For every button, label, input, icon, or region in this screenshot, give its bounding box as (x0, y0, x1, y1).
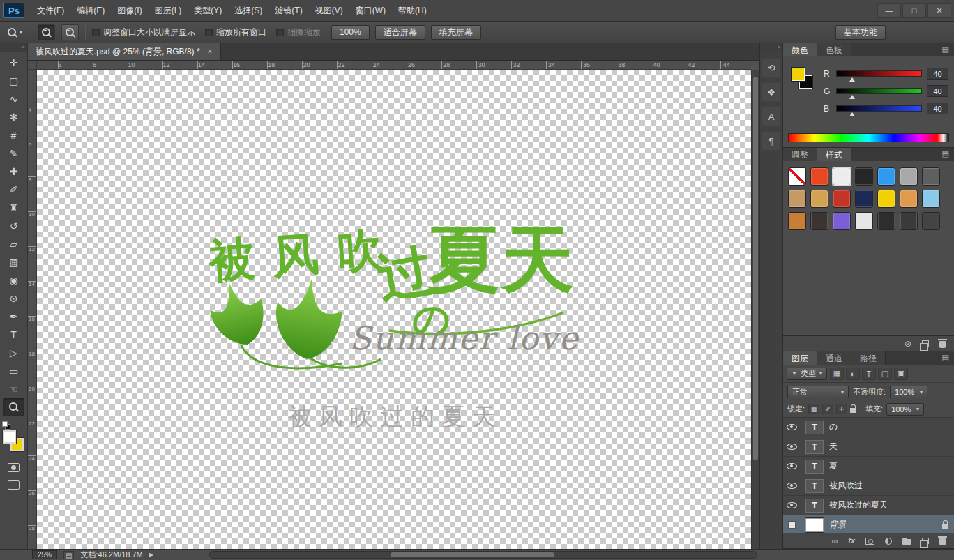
filter-smart-objects-icon[interactable]: ▣ (894, 368, 908, 380)
style-swatch[interactable] (900, 212, 918, 230)
color-panel-foreground-swatch[interactable] (792, 68, 805, 81)
layer-row[interactable]: T被风吹过 (783, 476, 954, 496)
spot-healing-brush-tool[interactable]: ✚ (3, 162, 24, 180)
lock-pixels-icon[interactable]: ✐ (822, 404, 833, 414)
gradient-tool[interactable]: ▧ (3, 253, 24, 271)
style-swatch[interactable] (877, 167, 895, 186)
delete-layer-icon[interactable] (939, 538, 946, 545)
menu-item[interactable]: 类型(Y) (188, 0, 228, 21)
foreground-color-swatch[interactable] (3, 430, 16, 444)
new-layer-icon[interactable] (922, 538, 929, 544)
status-flyout-arrow[interactable]: ▶ (149, 552, 153, 558)
menu-item[interactable]: 帮助(H) (392, 0, 433, 21)
style-swatch[interactable] (788, 212, 806, 230)
crop-tool[interactable]: # (3, 126, 24, 144)
panel-menu-icon[interactable]: ▤ (937, 351, 954, 365)
checkbox-icon[interactable] (92, 29, 100, 36)
tab-styles[interactable]: 样式 (817, 148, 851, 161)
layer-visibility-eye-icon[interactable] (783, 496, 801, 515)
style-swatch[interactable] (810, 190, 828, 208)
color-spectrum-bar[interactable] (788, 133, 949, 142)
character-panel-icon[interactable]: A (762, 107, 780, 126)
menu-item[interactable]: 滤镜(T) (268, 0, 308, 21)
clone-stamp-tool[interactable]: ♜ (3, 199, 24, 216)
zoom-out-button[interactable]: − (61, 24, 79, 40)
style-swatch[interactable] (922, 190, 940, 208)
layer-row[interactable]: T被风吹过的夏天 (783, 496, 954, 515)
move-tool[interactable]: ✛ (3, 54, 24, 71)
history-brush-tool[interactable]: ↺ (3, 217, 24, 234)
tab-paths[interactable]: 路径 (851, 351, 886, 365)
vertical-scrollbar[interactable] (751, 70, 759, 549)
layer-visibility-eye-icon[interactable] (783, 457, 801, 476)
eyedropper-tool[interactable]: ✎ (3, 144, 24, 162)
layer-style-fx-icon[interactable]: fx (848, 537, 855, 545)
tab-color[interactable]: 颜色 (783, 43, 817, 56)
new-adjustment-layer-icon[interactable] (885, 538, 892, 545)
maximize-button[interactable]: □ (902, 3, 926, 18)
fill-screen-button[interactable]: 填充屏幕 (431, 25, 481, 40)
style-swatch[interactable] (900, 190, 918, 208)
horizontal-ruler[interactable]: 68101214161820222426283032343638404244 (37, 61, 751, 70)
canvas[interactable]: 被风吹 过 夏天 の Summer love 被风吹过的夏天 (37, 70, 751, 549)
filter-adjustment-layers-icon[interactable]: ◐ (846, 368, 860, 380)
horizontal-scrollbar-thumb[interactable] (391, 552, 554, 557)
option-checkbox[interactable]: 缩放所有窗口 (205, 27, 266, 38)
layer-filter-type-dropdown[interactable]: ▼ 类型 ▾ (787, 368, 827, 380)
add-layer-mask-icon[interactable] (865, 538, 874, 545)
minimize-button[interactable]: — (877, 3, 901, 18)
path-selection-tool[interactable]: ▷ (3, 344, 24, 361)
style-swatch[interactable] (855, 212, 873, 230)
layer-row[interactable]: T夏 (783, 457, 954, 476)
style-swatch[interactable] (788, 190, 806, 208)
eraser-tool[interactable]: ▱ (3, 235, 24, 252)
fill-field[interactable]: 100%▾ (886, 403, 924, 416)
delete-style-icon[interactable] (939, 341, 946, 348)
quick-selection-tool[interactable]: ✻ (3, 108, 24, 126)
tab-layers[interactable]: 图层 (783, 351, 817, 365)
vertical-ruler[interactable]: 46810121416182022242628 (28, 70, 37, 549)
history-panel-icon[interactable]: ⟲ (762, 59, 780, 77)
color-slider-g[interactable] (836, 88, 922, 94)
workspace-switcher[interactable]: 基本功能 (835, 25, 886, 40)
screen-mode-button[interactable] (3, 476, 24, 494)
tab-swatches[interactable]: 色板 (817, 43, 851, 56)
lock-position-icon[interactable]: ✛ (836, 404, 847, 414)
filter-shape-layers-icon[interactable]: ▢ (878, 368, 892, 380)
clone-source-panel-icon[interactable]: ❖ (762, 83, 780, 101)
link-layers-icon[interactable]: ∞ (832, 537, 838, 545)
layer-row[interactable]: 背景 (783, 515, 954, 533)
clear-style-icon[interactable]: ⊘ (904, 340, 911, 348)
rectangle-tool[interactable]: ▭ (3, 362, 24, 379)
close-button[interactable]: ✕ (927, 3, 951, 18)
color-value-b[interactable]: 40 (927, 103, 948, 114)
tab-adjustments[interactable]: 调整 (783, 148, 817, 161)
panel-menu-icon[interactable]: ▤ (937, 148, 954, 161)
quick-mask-button[interactable] (3, 459, 24, 476)
expand-panels-icon[interactable]: « (760, 43, 782, 52)
style-swatch[interactable] (833, 212, 851, 230)
option-checkbox[interactable]: 调整窗口大小以满屏显示 (92, 27, 195, 38)
paragraph-panel-icon[interactable]: ¶ (762, 132, 780, 150)
close-tab-icon[interactable]: × (208, 47, 213, 56)
panel-menu-icon[interactable]: ▤ (937, 43, 954, 56)
type-tool[interactable]: T (3, 326, 24, 343)
color-value-g[interactable]: 40 (927, 85, 948, 97)
menu-item[interactable]: 视图(V) (309, 0, 349, 21)
layer-row[interactable]: Tの (783, 418, 954, 437)
photoshop-logo[interactable]: Ps (3, 3, 24, 18)
layer-row[interactable]: T天 (783, 437, 954, 457)
style-swatch[interactable] (877, 212, 895, 230)
style-swatch[interactable] (877, 190, 895, 208)
style-swatch[interactable] (922, 167, 940, 186)
style-swatch[interactable] (922, 212, 940, 230)
dodge-tool[interactable]: ⊙ (3, 289, 24, 307)
checkbox-icon[interactable] (205, 29, 213, 36)
hand-tool[interactable]: ☜ (3, 380, 24, 398)
style-swatch[interactable] (810, 212, 828, 230)
rectangular-marquee-tool[interactable]: ▢ (3, 72, 24, 89)
fit-screen-button[interactable]: 适合屏幕 (375, 25, 425, 40)
color-slider-b[interactable] (836, 105, 922, 112)
tab-channels[interactable]: 通道 (817, 351, 851, 365)
color-slider-r[interactable] (836, 70, 922, 77)
